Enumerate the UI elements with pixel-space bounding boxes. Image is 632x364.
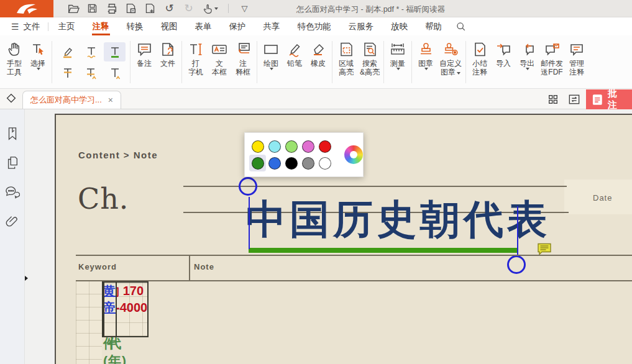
quick-access-toolbar: ↺ ↻ ▽ bbox=[63, 1, 254, 16]
delete-page-icon[interactable] bbox=[121, 1, 140, 16]
color-swatch-black[interactable] bbox=[283, 155, 300, 171]
color-swatch-red[interactable] bbox=[316, 138, 333, 155]
insert-text-tool-icon[interactable] bbox=[104, 63, 126, 83]
hamburger-icon: ☰ bbox=[11, 22, 19, 32]
sidebar-expander-icon[interactable] bbox=[25, 274, 28, 283]
select-tool-button[interactable]: 选择 bbox=[26, 37, 50, 87]
pencil-button[interactable]: 铅笔 bbox=[283, 37, 306, 87]
annotation-pencil-icon[interactable] bbox=[0, 88, 22, 109]
open-file-icon[interactable] bbox=[63, 1, 83, 16]
add-page-icon[interactable] bbox=[140, 1, 160, 16]
draw-rectangle-icon bbox=[262, 39, 280, 59]
comments-doc-icon bbox=[592, 94, 603, 106]
main-area: Content > Note Ch. Date 中国历史朝代表 Keyword … bbox=[0, 109, 632, 364]
search-icon[interactable] bbox=[452, 21, 470, 32]
pdf-page[interactable]: Content > Note Ch. Date 中国历史朝代表 Keyword … bbox=[55, 114, 632, 364]
switch-view-icon[interactable] bbox=[565, 91, 584, 108]
thumbnail-grid-icon[interactable] bbox=[544, 91, 562, 108]
search-highlight-button[interactable]: 搜索 &高亮 bbox=[358, 37, 382, 87]
color-swatch-white[interactable] bbox=[316, 155, 333, 171]
color-swatches bbox=[249, 138, 333, 171]
note-icon bbox=[136, 39, 153, 59]
callout-button[interactable]: 注 释框 bbox=[231, 37, 255, 87]
annotation-handle-start[interactable] bbox=[239, 177, 257, 196]
replace-text-tool-icon[interactable] bbox=[80, 63, 102, 83]
undo-icon[interactable]: ↺ bbox=[160, 1, 179, 16]
chapter-label: Ch. bbox=[78, 182, 129, 216]
document-canvas[interactable]: Content > Note Ch. Date 中国历史朝代表 Keyword … bbox=[25, 109, 632, 364]
bookmarks-panel-icon[interactable] bbox=[4, 125, 21, 142]
close-tab-icon[interactable]: × bbox=[108, 95, 113, 105]
underline-annotation[interactable] bbox=[249, 248, 517, 253]
attachments-panel-icon[interactable] bbox=[4, 213, 21, 229]
form-line bbox=[76, 280, 632, 281]
draw-button[interactable]: 绘图 bbox=[259, 37, 283, 87]
attach-file-button[interactable]: 文件 bbox=[156, 37, 180, 87]
stamp-button[interactable]: 图章 bbox=[414, 37, 437, 87]
custom-stamp-icon bbox=[442, 39, 459, 59]
import-comments-button[interactable]: 导入 bbox=[492, 37, 515, 87]
textbox-button[interactable]: 文 本框 bbox=[208, 37, 231, 87]
save-icon[interactable] bbox=[83, 1, 102, 16]
tab-comment[interactable]: 注释 bbox=[84, 18, 118, 35]
tab-convert[interactable]: 转换 bbox=[118, 18, 152, 35]
annotation-handle-end[interactable] bbox=[507, 255, 526, 274]
eraser-button[interactable]: 橡皮 bbox=[306, 37, 330, 87]
menu-file-button[interactable]: ☰ 文件 bbox=[5, 21, 47, 32]
customize-toolbar-icon[interactable]: ▽ bbox=[235, 1, 254, 16]
cell-extra bbox=[102, 281, 104, 337]
summary-comments-button[interactable]: 小结 注释 bbox=[468, 37, 492, 87]
ribbon-divider bbox=[181, 41, 182, 83]
color-swatch-pink[interactable] bbox=[300, 138, 316, 155]
import-comments-icon bbox=[495, 39, 512, 59]
callout-icon bbox=[235, 39, 252, 59]
document-heading[interactable]: 中国历史朝代表 bbox=[246, 199, 551, 239]
manage-comments-button[interactable]: 管理 注释 bbox=[565, 37, 588, 87]
note-button[interactable]: 备注 bbox=[132, 37, 156, 87]
tab-form[interactable]: 表单 bbox=[186, 18, 221, 35]
color-swatch-green-selected[interactable] bbox=[249, 155, 266, 171]
tab-slideshow[interactable]: 放映 bbox=[382, 18, 416, 35]
color-swatch-blue[interactable] bbox=[266, 155, 283, 171]
document-tab[interactable]: 怎么面对高中学习... × bbox=[22, 91, 121, 109]
foxit-logo[interactable] bbox=[0, 0, 53, 17]
tab-cloud[interactable]: 云服务 bbox=[340, 18, 383, 35]
color-wheel-icon[interactable] bbox=[344, 145, 363, 164]
comments-panel-icon[interactable] bbox=[4, 184, 21, 200]
typewriter-button[interactable]: 打 字机 bbox=[184, 37, 208, 87]
comments-panel-button[interactable]: 批注 bbox=[586, 89, 632, 109]
search-highlight-icon bbox=[362, 39, 378, 59]
color-swatch-cyan[interactable] bbox=[266, 138, 283, 155]
color-swatch-lightgreen[interactable] bbox=[283, 138, 300, 155]
pages-panel-icon[interactable] bbox=[4, 155, 21, 171]
area-highlight-icon bbox=[338, 39, 355, 59]
document-tab-bar: 怎么面对高中学习... × 批注 bbox=[0, 89, 632, 109]
menu-file-label: 文件 bbox=[24, 21, 40, 32]
tab-protect[interactable]: 保护 bbox=[221, 18, 255, 35]
tab-help[interactable]: 帮助 bbox=[416, 18, 451, 35]
tab-share[interactable]: 共享 bbox=[255, 18, 289, 35]
note-label: Note bbox=[194, 262, 214, 271]
custom-stamp-button[interactable]: 自定义 图章 bbox=[437, 37, 464, 87]
strikeout-tool-icon[interactable] bbox=[57, 63, 78, 83]
manage-comments-icon bbox=[569, 39, 585, 59]
highlight-tool-icon[interactable] bbox=[57, 42, 78, 61]
color-swatch-yellow[interactable] bbox=[249, 138, 266, 155]
form-divider bbox=[189, 256, 190, 280]
email-fdf-button[interactable]: 邮件发 送FDF bbox=[539, 37, 565, 87]
print-icon[interactable] bbox=[102, 1, 121, 16]
export-comments-button[interactable]: 导出 bbox=[515, 37, 539, 87]
measure-button[interactable]: 测量 bbox=[386, 37, 410, 87]
tab-home[interactable]: 主页 bbox=[50, 18, 84, 35]
area-highlight-button[interactable]: 区域 高亮 bbox=[334, 37, 358, 87]
ribbon-divider bbox=[332, 41, 332, 83]
hand-tool-button[interactable]: 手型 工具 bbox=[2, 37, 26, 87]
underline-tool-icon[interactable] bbox=[104, 42, 126, 61]
textbox-icon bbox=[211, 39, 228, 59]
hand-pointer-tool-icon[interactable] bbox=[198, 1, 222, 16]
tab-view[interactable]: 视图 bbox=[152, 18, 186, 35]
tab-features[interactable]: 特色功能 bbox=[289, 18, 340, 35]
color-swatch-gray[interactable] bbox=[300, 155, 316, 171]
squiggly-underline-tool-icon[interactable] bbox=[80, 42, 102, 61]
text-markup-tools bbox=[57, 42, 126, 83]
